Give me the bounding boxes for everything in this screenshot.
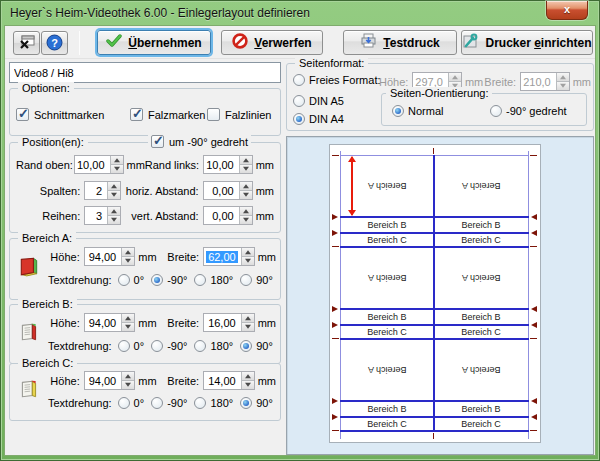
spinner-buttons[interactable] xyxy=(121,314,134,331)
cut-mark xyxy=(530,246,537,247)
spinner-buttons[interactable] xyxy=(107,207,120,224)
radio-0deg[interactable]: 0° xyxy=(118,274,145,286)
bereich-b-breite-input[interactable]: 16,00 xyxy=(203,313,255,332)
spinner-buttons[interactable] xyxy=(121,248,134,265)
schnittmarken-checkbox[interactable] xyxy=(16,108,29,121)
toolbar: ? Übernehmen Verwerfen Testd xyxy=(5,26,595,59)
radio-minus90-gedreht[interactable]: -90° gedreht xyxy=(490,105,567,117)
bereich-c-hoehe-input[interactable]: 94,00 xyxy=(84,371,136,390)
cut-mark xyxy=(332,430,339,431)
horiz-abstand-input[interactable]: 0,00 xyxy=(203,181,253,200)
falzmarken-label: Falzmarken xyxy=(148,109,205,121)
rotated-minus90-label: um -90° gedreht xyxy=(169,136,248,148)
bereich-c-breite-input[interactable]: 14,00 xyxy=(203,371,255,390)
mm-unit: mm xyxy=(127,159,145,171)
radio-180deg[interactable]: 180° xyxy=(194,397,233,409)
radio-minus90deg[interactable]: -90° xyxy=(151,340,187,352)
discard-button[interactable]: Verwerfen xyxy=(221,30,323,55)
breite-label: Breite: xyxy=(156,375,199,387)
spinner-buttons[interactable] xyxy=(239,182,252,199)
checkbox-schnittmarken[interactable]: Schnittmarken xyxy=(16,108,104,121)
minus90-gedreht-label: -90° gedreht xyxy=(506,105,567,117)
optionen-legend: Optionen: xyxy=(18,82,74,94)
horiz-abstand-label: horiz. Abstand: xyxy=(121,185,198,197)
radio-90deg[interactable]: 90° xyxy=(240,274,273,286)
mm-unit: mm xyxy=(465,76,483,88)
measure-arrow xyxy=(347,156,356,216)
case-red-icon xyxy=(18,255,40,277)
falzlinien-checkbox[interactable] xyxy=(207,108,220,121)
cut-mark xyxy=(530,338,537,339)
spinner-buttons[interactable] xyxy=(241,372,254,389)
spinner-buttons[interactable] xyxy=(241,248,254,265)
help-button[interactable]: ? xyxy=(41,31,68,55)
close-button[interactable]: x xyxy=(546,1,588,20)
checkbox-falzmarken[interactable]: Falzmarken xyxy=(130,108,205,121)
seiten-hoehe-label: Höhe: xyxy=(379,76,408,88)
radio-normal[interactable]: Normal xyxy=(392,105,443,117)
preview-area-b: Bereich B xyxy=(434,217,528,233)
title-bar[interactable]: Heyer`s Heim-Videothek 6.00 - Einlegerla… xyxy=(0,0,600,25)
bereich-a-group: Bereich A: Höhe: 94,00 mm Breite: 62,00 … xyxy=(9,238,281,300)
testprint-button[interactable]: Testdruck xyxy=(343,30,457,55)
apply-button[interactable]: Übernehmen xyxy=(97,30,211,55)
preview-area-c: Bereich C xyxy=(434,325,528,339)
radio-90deg[interactable]: 90° xyxy=(240,397,273,409)
mm-unit: mm xyxy=(138,375,156,387)
radio-180deg[interactable]: 180° xyxy=(194,340,233,352)
spalten-input[interactable]: 2 xyxy=(84,181,121,200)
radio-freies-format[interactable]: Freies Format: xyxy=(293,74,381,86)
rand-oben-label: Rand oben: xyxy=(16,159,70,171)
position-legend: Position(en): xyxy=(18,136,88,148)
falzmarken-checkbox[interactable] xyxy=(130,108,143,121)
radio-0deg[interactable]: 0° xyxy=(118,397,145,409)
bereich-b-hoehe-input[interactable]: 94,00 xyxy=(84,313,136,332)
radio-minus90deg[interactable]: -90° xyxy=(151,397,187,409)
spalten-label: Spalten: xyxy=(16,185,80,197)
dialog-content: ? Übernehmen Verwerfen Testd xyxy=(4,25,596,456)
checkbox-falzlinien[interactable]: Falzlinien xyxy=(207,108,271,121)
preview-area-b: Bereich B xyxy=(340,217,434,233)
printer-icon xyxy=(360,33,377,52)
rand-oben-input[interactable]: 10,00 xyxy=(74,155,124,174)
mm-unit: mm xyxy=(138,317,156,329)
bereich-a-breite-input[interactable]: 62,00 xyxy=(203,247,255,266)
fold-mark xyxy=(332,398,338,404)
spinner-buttons[interactable] xyxy=(107,182,120,199)
exit-button[interactable] xyxy=(13,31,40,55)
layout-name-input[interactable] xyxy=(9,62,281,83)
radio-minus90deg[interactable]: -90° xyxy=(151,274,187,286)
spinner-buttons[interactable] xyxy=(121,372,134,389)
spinner-buttons[interactable] xyxy=(239,207,252,224)
spinner-buttons[interactable] xyxy=(239,156,252,173)
testprint-label: Testdruck xyxy=(383,36,439,50)
hoehe-label: Höhe: xyxy=(48,251,80,263)
cut-mark xyxy=(530,155,537,156)
fold-mark xyxy=(531,230,537,236)
label-right-line xyxy=(528,151,529,439)
fold-mark xyxy=(332,322,338,328)
rotated-checkbox-row[interactable]: um -90° gedreht xyxy=(148,135,251,148)
preview-area-a: Bereich A xyxy=(340,247,434,309)
cut-mark xyxy=(332,338,339,339)
preview-area-a: Bereich A xyxy=(434,339,528,401)
reihen-input[interactable]: 3 xyxy=(84,206,121,225)
textdrehung-label: Textdrehung: xyxy=(48,274,112,286)
rand-links-input[interactable]: 10,00 xyxy=(203,155,253,174)
radio-din-a4[interactable]: DIN A4 xyxy=(293,113,344,125)
bereich-c-legend: Bereich C: xyxy=(18,357,77,369)
position-group: Position(en): um -90° gedreht Rand oben:… xyxy=(9,142,281,233)
rotated-minus90-checkbox[interactable] xyxy=(151,135,164,148)
spinner-buttons[interactable] xyxy=(241,314,254,331)
radio-180deg[interactable]: 180° xyxy=(194,274,233,286)
radio-90deg[interactable]: 90° xyxy=(240,340,273,352)
fold-mark xyxy=(531,398,537,404)
cut-mark xyxy=(332,155,339,156)
cut-mark xyxy=(433,148,434,154)
vert-abstand-input[interactable]: 0,00 xyxy=(203,206,253,225)
radio-din-a5[interactable]: DIN A5 xyxy=(293,95,344,107)
spinner-buttons[interactable] xyxy=(110,156,123,173)
radio-0deg[interactable]: 0° xyxy=(118,340,145,352)
printer-setup-button[interactable]: Drucker einrichten xyxy=(461,30,593,55)
bereich-a-hoehe-input[interactable]: 94,00 xyxy=(84,247,136,266)
